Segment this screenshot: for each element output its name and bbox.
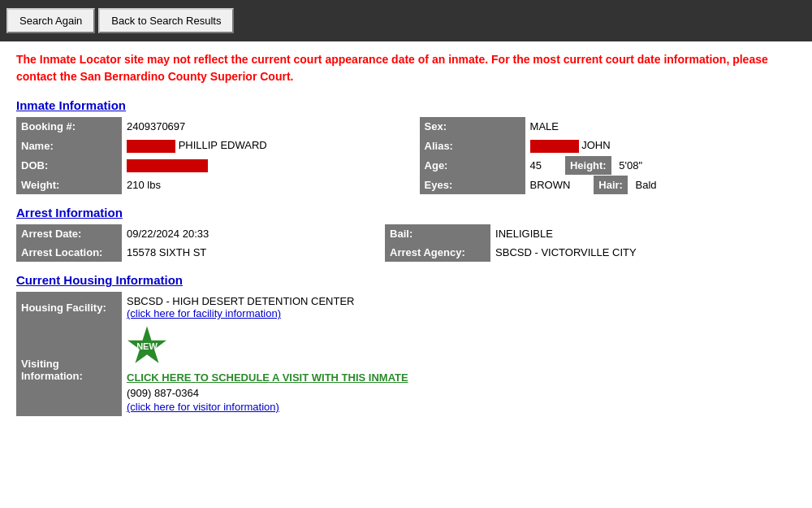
table-row: DOB: Age: 45 Height: 5'08" xyxy=(16,156,796,176)
sex-label: Sex: xyxy=(420,117,525,136)
arrest-section-title: Arrest Information xyxy=(16,206,796,219)
name-value: PHILLIP EDWARD xyxy=(122,136,420,156)
name-redacted xyxy=(127,140,175,153)
warning-text: The Inmate Locator site may not reflect … xyxy=(16,51,796,85)
table-row: Weight: 210 lbs Eyes: BROWN Hair: Bald xyxy=(16,176,796,194)
booking-value: 2409370697 xyxy=(122,117,420,136)
back-to-results-button[interactable]: Back to Search Results xyxy=(98,8,234,33)
table-row: Arrest Location: 15578 SIXTH ST Arrest A… xyxy=(16,243,796,262)
dob-label: DOB: xyxy=(16,156,122,176)
name-label: Name: xyxy=(16,136,122,156)
weight-label: Weight: xyxy=(16,176,122,194)
table-row: Name: PHILLIP EDWARD Alias: JOHN xyxy=(16,136,796,156)
alias-label: Alias: xyxy=(420,136,525,156)
visitor-info-link[interactable]: (click here for visitor information) xyxy=(127,401,279,413)
new-badge: NEW xyxy=(127,326,167,367)
hair-value: Bald xyxy=(631,179,657,191)
visiting-label: Visiting Information: xyxy=(16,323,122,416)
facility-value: SBCSD - HIGH DESERT DETENTION CENTER (cl… xyxy=(122,292,796,323)
main-content: The Inmate Locator site may not reflect … xyxy=(0,41,812,437)
inmate-info-table: Booking #: 2409370697 Sex: MALE Name: PH… xyxy=(16,117,796,194)
bail-label: Bail: xyxy=(385,224,490,243)
bail-value: INELIGIBLE xyxy=(490,224,796,243)
eyes-value: BROWN Hair: Bald xyxy=(525,176,796,194)
hair-label: Hair: xyxy=(594,176,628,194)
weight-value: 210 lbs xyxy=(122,176,420,194)
facility-label: Housing Facility: xyxy=(16,292,122,323)
inmate-section-title: Inmate Information xyxy=(16,98,796,112)
booking-label: Booking #: xyxy=(16,117,122,136)
arrest-agency-value: SBCSD - VICTORVILLE CITY xyxy=(490,243,796,262)
alias-redacted xyxy=(530,140,579,153)
arrest-date-value: 09/22/2024 20:33 xyxy=(122,224,385,243)
housing-info-table: Housing Facility: SBCSD - HIGH DESERT DE… xyxy=(16,292,796,416)
housing-section-title: Current Housing Information xyxy=(16,273,796,287)
height-value: 5'08" xyxy=(614,159,642,172)
search-again-button[interactable]: Search Again xyxy=(6,8,95,33)
arrest-location-label: Arrest Location: xyxy=(16,243,122,262)
name-suffix: PHILLIP EDWARD xyxy=(179,139,267,151)
age-value: 45 Height: 5'08" xyxy=(525,156,796,176)
top-bar: Search Again Back to Search Results xyxy=(0,0,812,41)
arrest-info-table: Arrest Date: 09/22/2024 20:33 Bail: INEL… xyxy=(16,224,796,262)
arrest-agency-label: Arrest Agency: xyxy=(385,243,490,262)
height-label: Height: xyxy=(565,156,611,175)
visiting-value: NEW CLICK HERE TO SCHEDULE A VISIT WITH … xyxy=(122,323,796,416)
table-row: Visiting Information: NEW CLICK HERE TO … xyxy=(16,323,796,416)
dob-redacted xyxy=(127,159,208,172)
arrest-date-label: Arrest Date: xyxy=(16,224,122,243)
sex-value: MALE xyxy=(525,117,796,136)
schedule-visit-link[interactable]: CLICK HERE TO SCHEDULE A VISIT WITH THIS… xyxy=(127,371,791,384)
age-label: Age: xyxy=(420,156,525,176)
table-row: Arrest Date: 09/22/2024 20:33 Bail: INEL… xyxy=(16,224,796,243)
facility-link[interactable]: (click here for facility information) xyxy=(127,307,281,319)
alias-value: JOHN xyxy=(525,136,796,156)
arrest-location-value: 15578 SIXTH ST xyxy=(122,243,385,262)
alias-suffix: JOHN xyxy=(581,139,610,151)
table-row: Housing Facility: SBCSD - HIGH DESERT DE… xyxy=(16,292,796,323)
dob-value xyxy=(122,156,420,176)
phone-number: (909) 887-0364 xyxy=(127,387,791,399)
table-row: Booking #: 2409370697 Sex: MALE xyxy=(16,117,796,136)
eyes-label: Eyes: xyxy=(420,176,525,194)
